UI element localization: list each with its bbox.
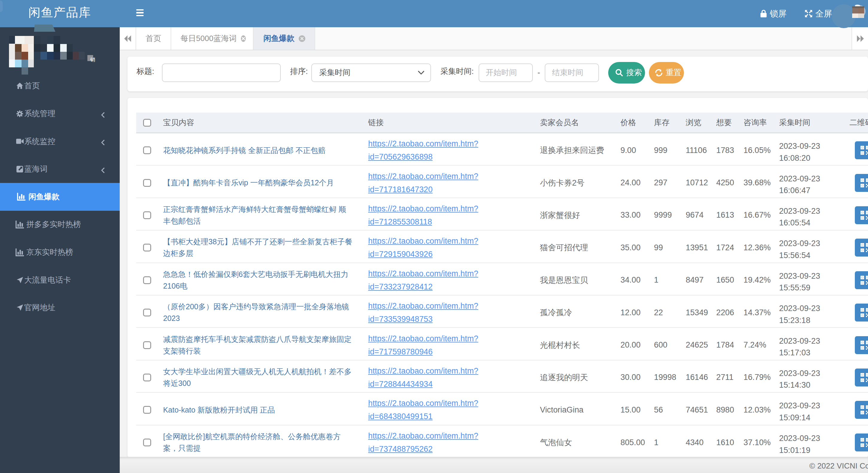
svg-text:销: 销 (90, 57, 95, 63)
